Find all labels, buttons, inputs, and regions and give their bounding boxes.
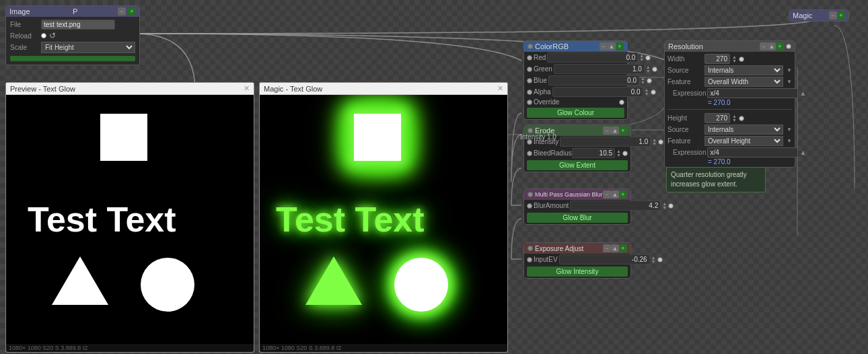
- expr2-result: = 270.0: [667, 158, 792, 166]
- preview-text-right: Test Text: [276, 199, 425, 240]
- color-up[interactable]: ▲: [608, 42, 616, 50]
- width-arrows[interactable]: ▲ ▼: [732, 55, 737, 63]
- width-section: Width ▲ ▼ Source Internals ▼ Feature Ove…: [665, 52, 795, 108]
- erode-plus[interactable]: +: [619, 127, 627, 135]
- bleed-input[interactable]: [572, 148, 615, 158]
- width-input[interactable]: [704, 54, 730, 64]
- width-port: [739, 57, 744, 62]
- res-plus[interactable]: +: [776, 42, 784, 50]
- blur-amount-input[interactable]: [570, 201, 661, 211]
- source-select[interactable]: Internals: [704, 65, 783, 75]
- red-input[interactable]: [547, 52, 638, 63]
- red-arrows[interactable]: ▲ ▼: [639, 54, 644, 62]
- intensity-arrows[interactable]: ▲ ▼: [652, 138, 657, 146]
- glow-colour-label[interactable]: Glow Colour: [527, 108, 624, 118]
- green-input[interactable]: [554, 64, 645, 74]
- preview-left-footer: 1080× 1080 S20 S 3.889.8 I2: [6, 344, 254, 352]
- intensity-down[interactable]: ▼: [652, 142, 657, 146]
- width-label: Width: [667, 55, 702, 63]
- green-down[interactable]: ▼: [646, 69, 651, 73]
- feature-select[interactable]: Overall Width: [704, 77, 783, 87]
- res-up[interactable]: ▲: [768, 42, 776, 50]
- height-arrows[interactable]: ▲ ▼: [732, 114, 737, 122]
- image-node-plus[interactable]: +: [128, 7, 136, 15]
- blue-out-port: [647, 78, 652, 83]
- magic-minus[interactable]: −: [829, 11, 837, 20]
- height-down[interactable]: ▼: [732, 118, 737, 122]
- reload-label: Reload: [10, 32, 38, 40]
- preview-right-close[interactable]: ✕: [497, 84, 503, 93]
- red-down[interactable]: ▼: [639, 58, 644, 62]
- inputev-input[interactable]: [559, 254, 650, 264]
- color-minus[interactable]: −: [600, 42, 608, 50]
- source2-select[interactable]: Internals: [704, 125, 783, 135]
- bleed-row: BleedRadius ▲ ▼: [524, 147, 630, 159]
- scale-select[interactable]: Fit Height Fit Width Stretch: [41, 42, 135, 53]
- bleed-port: [527, 151, 532, 156]
- expr-expand[interactable]: ▲: [799, 90, 806, 97]
- magic-plus[interactable]: +: [837, 11, 845, 20]
- erode-minus[interactable]: −: [603, 127, 611, 135]
- erode-body: Intensity ▲ ▼ BleedRadius ▲ ▼ Glow Exten…: [524, 136, 630, 170]
- blur-up[interactable]: ▲: [611, 190, 619, 199]
- inputev-row: InputEV ▲ ▼: [524, 254, 630, 265]
- exposure-up[interactable]: ▲: [611, 244, 619, 252]
- exposure-minus[interactable]: −: [603, 244, 611, 252]
- preview-left-close[interactable]: ✕: [244, 84, 250, 93]
- glow-intensity-label[interactable]: Glow Intensity: [527, 267, 628, 277]
- glow-extent-label[interactable]: Glow Extent: [527, 160, 628, 170]
- reload-icon[interactable]: ↺: [49, 31, 56, 40]
- blue-arrows[interactable]: ▲ ▼: [641, 77, 645, 85]
- preview-right-canvas: Test Text: [260, 95, 508, 344]
- alpha-down[interactable]: ▼: [645, 92, 649, 96]
- inputev-down[interactable]: ▼: [651, 260, 656, 264]
- expr2-input[interactable]: [707, 147, 798, 157]
- expr2-row: Expression ▲: [667, 147, 792, 158]
- image-node-minus[interactable]: −: [118, 7, 126, 15]
- width-down[interactable]: ▼: [732, 59, 737, 63]
- inputev-out-port: [657, 257, 663, 262]
- source-row: Source Internals ▼: [667, 65, 792, 76]
- blur-amount-arrows[interactable]: ▲ ▼: [662, 202, 667, 210]
- red-out-port: [645, 55, 651, 61]
- erode-node: Erode − ▲ + Intensity ▲ ▼ BleedRadius ▲ …: [523, 125, 631, 172]
- exposure-header: Exposure Adjust − ▲ +: [524, 243, 630, 254]
- bleed-arrows[interactable]: ▲ ▼: [616, 149, 621, 157]
- color-plus[interactable]: +: [616, 42, 624, 50]
- color-in-port: [528, 44, 533, 49]
- green-label: Green: [534, 65, 552, 73]
- source2-label: Source: [667, 126, 702, 133]
- green-arrows[interactable]: ▲ ▼: [646, 65, 651, 73]
- exposure-plus[interactable]: +: [619, 244, 627, 252]
- blue-row: Blue ▲ ▼: [524, 75, 627, 86]
- resolution-node: Resolution − ▲ + Width ▲ ▼ Source Intern…: [664, 40, 795, 168]
- file-input[interactable]: test text.png: [41, 20, 115, 30]
- alpha-out-port: [651, 90, 656, 95]
- blur-minus[interactable]: −: [603, 190, 611, 199]
- expr2-expand[interactable]: ▲: [799, 149, 806, 156]
- height-input[interactable]: [704, 113, 730, 123]
- bleed-down[interactable]: ▼: [616, 153, 621, 157]
- inputev-label: InputEV: [534, 256, 558, 263]
- res-minus[interactable]: −: [760, 42, 768, 50]
- erode-up[interactable]: ▲: [611, 127, 619, 135]
- blur-plus[interactable]: +: [619, 190, 627, 199]
- magic-title: Magic: [793, 11, 829, 20]
- bleed-label: BleedRadius: [534, 149, 571, 157]
- feature2-select[interactable]: Overall Height: [704, 136, 783, 146]
- expr-input[interactable]: [707, 88, 798, 98]
- circle-right: [394, 258, 448, 312]
- glow-blur-label[interactable]: Glow Blur: [527, 213, 628, 223]
- exposure-node: Exposure Adjust − ▲ + InputEV ▲ ▼ Glow I…: [523, 242, 631, 279]
- preview-left-panel: Preview - Text Glow ✕ Test Text 1080× 10…: [5, 82, 254, 353]
- preview-right-header: Magic - Text Glow ✕: [260, 83, 507, 95]
- blue-down[interactable]: ▼: [641, 81, 645, 85]
- red-label: Red: [534, 54, 546, 61]
- intensity-input[interactable]: [560, 137, 651, 147]
- expr2-label: Expression: [673, 149, 706, 156]
- inputev-arrows[interactable]: ▲ ▼: [651, 256, 656, 264]
- blur-down-btn[interactable]: ▼: [662, 206, 667, 210]
- alpha-arrows[interactable]: ▲ ▼: [645, 88, 649, 96]
- blue-input[interactable]: [548, 75, 639, 85]
- alpha-input[interactable]: [552, 87, 643, 97]
